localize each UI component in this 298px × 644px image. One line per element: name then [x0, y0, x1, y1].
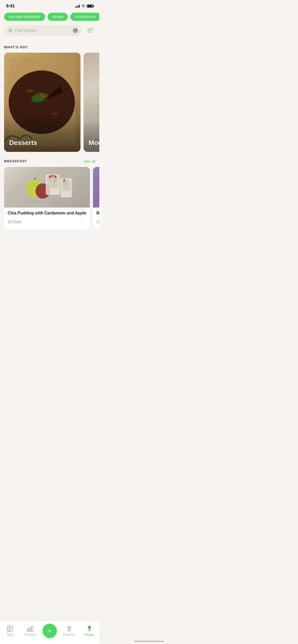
hot-card-desserts-label: Desserts [9, 139, 37, 147]
status-time: 9:41 [6, 4, 15, 9]
search-voice-dot [73, 28, 78, 33]
chia-heart-icon: ♡ [80, 219, 85, 225]
svg-point-42 [63, 179, 65, 181]
chia-heart-button[interactable]: ♡ [79, 218, 86, 226]
svg-rect-5 [4, 53, 80, 152]
svg-rect-6 [4, 53, 80, 152]
status-bar: 9:41 [0, 0, 99, 11]
recipe-card-chia[interactable]: Chia Pudding with Cardamom and Apple 217… [4, 167, 90, 229]
pill-lifesum-standard[interactable]: Lifesum Standard [4, 13, 45, 21]
recipe-card-smoothie[interactable]: Banana and blackberry smoothie 312 kcal … [93, 167, 99, 229]
hot-scroll-row: Desserts ❄ [0, 53, 99, 152]
smoothie-card-body: Banana and blackberry smoothie 312 kcal … [93, 208, 99, 229]
chia-illustration [4, 167, 90, 208]
chia-recipe-footer: 217 kcal ♡ [8, 218, 86, 226]
smoothie-illustration [93, 167, 99, 208]
svg-point-34 [49, 175, 51, 178]
filter-icon-button[interactable] [85, 25, 95, 36]
svg-point-39 [63, 182, 64, 183]
chia-kcal: 217 kcal [8, 220, 21, 224]
svg-point-10 [34, 93, 49, 102]
search-bar[interactable]: Find recipes [4, 25, 82, 36]
svg-rect-7 [9, 58, 75, 147]
svg-rect-16 [4, 119, 80, 152]
breakfast-section: Breakfast See all [0, 152, 99, 229]
breakfast-title: Breakfast [4, 159, 27, 163]
svg-point-35 [52, 175, 54, 177]
search-icon [8, 28, 13, 33]
whats-hot-title: What's Hot [4, 45, 28, 49]
filter-icon [87, 28, 93, 33]
svg-point-41 [65, 184, 66, 185]
filter-pills-row: Lifesum Standard Vegan Gluten Into [0, 11, 99, 24]
hot-card-mocktails-label: Mocktails [89, 139, 99, 147]
pill-vegan[interactable]: Vegan [48, 13, 68, 21]
chia-recipe-name: Chia Pudding with Cardamom and Apple [8, 211, 86, 216]
svg-point-31 [55, 179, 56, 180]
dessert-pattern [4, 53, 80, 152]
battery-icon [87, 5, 93, 8]
svg-point-14 [26, 90, 33, 92]
smoothie-recipe-name: Banana and blackberry smoothie [97, 211, 99, 216]
svg-point-30 [52, 177, 53, 178]
dessert-card-bg [4, 53, 80, 152]
chia-card-body: Chia Pudding with Cardamom and Apple 217… [4, 208, 90, 229]
svg-point-36 [54, 175, 57, 178]
smoothie-recipe-footer: 312 kcal ♡ [97, 218, 99, 226]
svg-rect-38 [62, 180, 71, 191]
chia-card-image [4, 167, 90, 208]
hot-card-mocktails[interactable]: ❄ Mocktails [84, 53, 99, 152]
smoothie-kcal: 312 kcal [97, 220, 99, 224]
svg-point-8 [9, 70, 75, 134]
wifi-icon [81, 5, 85, 8]
breakfast-grid: Chia Pudding with Cardamom and Apple 217… [0, 167, 99, 229]
hot-card-desserts[interactable]: Desserts [4, 53, 80, 152]
whats-hot-section: What's Hot [0, 40, 99, 152]
svg-point-40 [66, 181, 67, 182]
status-icons [75, 5, 93, 8]
svg-line-1 [11, 31, 12, 33]
svg-point-15 [52, 113, 58, 115]
pill-gluten-into[interactable]: Gluten Into [70, 13, 99, 21]
svg-point-13 [42, 95, 45, 98]
dessert-illustration [4, 53, 80, 152]
svg-point-12 [40, 94, 43, 97]
breakfast-header: Breakfast See all [0, 159, 99, 167]
svg-point-9 [16, 78, 67, 126]
signal-icon [75, 5, 80, 8]
whats-hot-header: What's Hot [0, 45, 99, 53]
search-row: Find recipes [0, 24, 99, 40]
svg-point-32 [50, 181, 51, 181]
smoothie-card-image [93, 167, 99, 208]
svg-point-33 [54, 181, 55, 182]
svg-point-29 [49, 178, 50, 179]
breakfast-see-all[interactable]: See all [84, 159, 95, 163]
search-placeholder: Find recipes [15, 28, 71, 33]
svg-point-11 [31, 95, 42, 103]
